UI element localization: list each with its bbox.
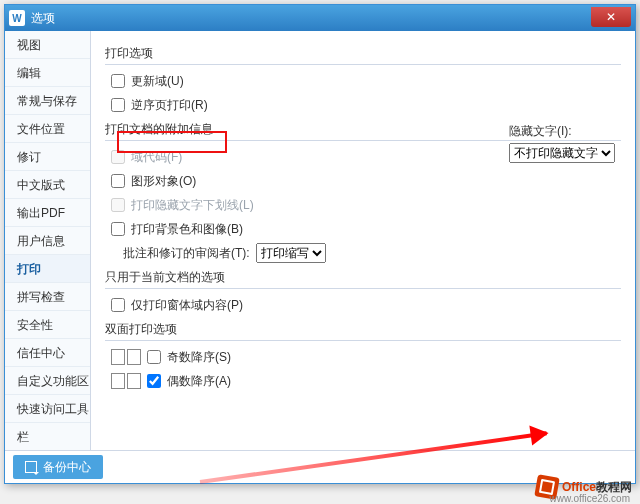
checkbox[interactable] xyxy=(111,98,125,112)
option-update-fields[interactable]: 更新域(U) xyxy=(111,71,621,91)
titlebar: W 选项 ✕ xyxy=(5,5,635,31)
sidebar-item[interactable]: 自定义功能区 xyxy=(5,367,90,395)
backup-icon xyxy=(25,461,37,473)
options-window: W 选项 ✕ 视图编辑常规与保存文件位置修订中文版式输出PDF用户信息打印拼写检… xyxy=(4,4,636,484)
watermark-url: www.office26.com xyxy=(550,493,630,504)
sidebar-item[interactable]: 拼写检查 xyxy=(5,283,90,311)
duplex-icon xyxy=(111,349,141,365)
checkbox[interactable] xyxy=(111,298,125,312)
content-panel: 打印选项 更新域(U) 逆序页打印(R) 打印文档的附加信息 域代码(F) 图形… xyxy=(91,31,635,450)
sidebar-item[interactable]: 文件位置 xyxy=(5,115,90,143)
hidden-text-group: 隐藏文字(I): 不打印隐藏文字 xyxy=(509,123,615,163)
reviewer-select[interactable]: 打印缩写 xyxy=(256,243,326,263)
group-title-duplex: 双面打印选项 xyxy=(105,321,621,341)
checkbox xyxy=(111,150,125,164)
backup-center-button[interactable]: 备份中心 xyxy=(13,455,103,479)
checkbox[interactable] xyxy=(111,222,125,236)
client-area: 视图编辑常规与保存文件位置修订中文版式输出PDF用户信息打印拼写检查安全性信任中… xyxy=(5,31,635,451)
option-graphic-objects[interactable]: 图形对象(O) xyxy=(111,171,621,191)
sidebar-item[interactable]: 修订 xyxy=(5,143,90,171)
duplex-icon xyxy=(111,373,141,389)
hidden-text-label: 隐藏文字(I): xyxy=(509,123,615,140)
group-title-current-doc: 只用于当前文档的选项 xyxy=(105,269,621,289)
checkbox[interactable] xyxy=(147,374,161,388)
sidebar-item[interactable]: 常规与保存 xyxy=(5,87,90,115)
sidebar-item[interactable]: 用户信息 xyxy=(5,227,90,255)
option-form-fields-only[interactable]: 仅打印窗体域内容(P) xyxy=(111,295,621,315)
option-background-images[interactable]: 打印背景色和图像(B) xyxy=(111,219,621,239)
sidebar-item[interactable]: 输出PDF xyxy=(5,199,90,227)
option-even-desc[interactable]: 偶数降序(A) xyxy=(111,371,621,391)
group-title-print-options: 打印选项 xyxy=(105,45,621,65)
sidebar-item[interactable]: 安全性 xyxy=(5,311,90,339)
option-reverse-print[interactable]: 逆序页打印(R) xyxy=(111,95,621,115)
checkbox[interactable] xyxy=(147,350,161,364)
sidebar-item[interactable]: 打印 xyxy=(5,255,90,283)
checkbox[interactable] xyxy=(111,174,125,188)
option-hidden-underline: 打印隐藏文字下划线(L) xyxy=(111,195,621,215)
close-button[interactable]: ✕ xyxy=(591,7,631,27)
option-odd-desc[interactable]: 奇数降序(S) xyxy=(111,347,621,367)
sidebar: 视图编辑常规与保存文件位置修订中文版式输出PDF用户信息打印拼写检查安全性信任中… xyxy=(5,31,91,450)
checkbox[interactable] xyxy=(111,74,125,88)
sidebar-item[interactable]: 信任中心 xyxy=(5,339,90,367)
option-reviewer: 批注和修订的审阅者(T): 打印缩写 xyxy=(111,243,621,263)
app-icon: W xyxy=(9,10,25,26)
sidebar-item[interactable]: 编辑 xyxy=(5,59,90,87)
sidebar-item[interactable]: 视图 xyxy=(5,31,90,59)
hidden-text-select[interactable]: 不打印隐藏文字 xyxy=(509,143,615,163)
checkbox xyxy=(111,198,125,212)
window-title: 选项 xyxy=(31,10,591,27)
sidebar-item[interactable]: 快速访问工具栏 xyxy=(5,395,90,423)
sidebar-item[interactable]: 中文版式 xyxy=(5,171,90,199)
